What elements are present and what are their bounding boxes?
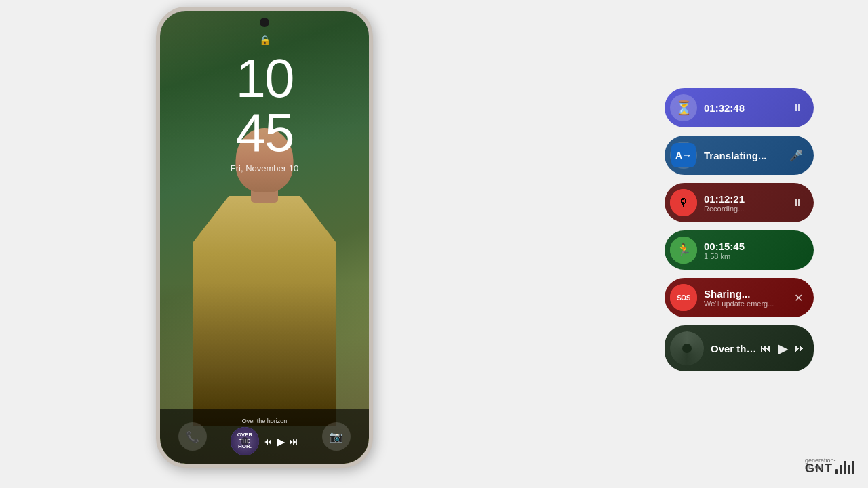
date-display: Fri, November 10: [231, 163, 298, 174]
phone-music-widget: Over the horizon OVERTHEHOR. ⏮ ▶ ⏭: [231, 418, 298, 455]
running-distance: 1.58 km: [704, 252, 803, 260]
translate-notification[interactable]: A→ Translating... 🎤: [665, 136, 814, 175]
phone-call-button[interactable]: 📞: [178, 422, 207, 451]
music-controls: ⏮ ▶ ⏭: [760, 340, 806, 357]
sos-icon: SOS: [670, 284, 697, 311]
sharing-detail: We'll update emerg...: [704, 300, 789, 308]
volume-up-button: [156, 146, 158, 170]
phone-frame: 🔒 10 45 Fri, November 10 📞 Over the hori…: [156, 7, 373, 468]
phone-album-art[interactable]: OVERTHEHOR.: [231, 427, 259, 455]
timer-value: 01:32:48: [704, 102, 787, 114]
phone-screen: 🔒 10 45 Fri, November 10 📞 Over the hori…: [160, 11, 369, 464]
recording-notification[interactable]: 🎙 01:12:21 Recording... ⏸: [665, 183, 814, 222]
sharing-status: Sharing...: [704, 288, 789, 300]
phone-rewind-btn[interactable]: ⏮: [263, 436, 273, 447]
front-camera: [260, 18, 269, 27]
translate-content: Translating...: [704, 150, 784, 161]
music-album-icon: [670, 331, 704, 365]
sharing-close-button[interactable]: ✕: [794, 291, 803, 304]
running-time: 00:15:45: [704, 241, 803, 252]
phone-clock: 10 45 Fri, November 10: [231, 52, 298, 174]
phone-forward-btn[interactable]: ⏭: [289, 436, 298, 447]
recording-pause-button[interactable]: ⏸: [792, 197, 803, 209]
running-content: 00:15:45 1.58 km: [704, 241, 803, 260]
gnt-bar-4: [848, 465, 850, 474]
running-notification[interactable]: 🏃 00:15:45 1.58 km: [665, 230, 814, 270]
bixby-button: [371, 187, 373, 214]
music-notification[interactable]: Over the horizon ⏮ ▶ ⏭: [665, 325, 814, 371]
phone-music-title: Over the horizon: [242, 418, 288, 424]
phone-play-btn[interactable]: ▶: [277, 435, 285, 448]
lock-icon: 🔒: [259, 35, 271, 45]
timer-content: 01:32:48: [704, 102, 787, 114]
recording-icon: 🎙: [670, 189, 697, 216]
phone-camera-button[interactable]: 📷: [322, 422, 351, 451]
recording-time: 01:12:21: [704, 193, 787, 205]
translate-status: Translating...: [704, 150, 784, 161]
hourglass-icon: ⏳: [675, 100, 692, 116]
phone-icon: 📞: [186, 430, 199, 443]
phone-mockup: 🔒 10 45 Fri, November 10 📞 Over the hori…: [156, 7, 373, 468]
recording-content: 01:12:21 Recording...: [704, 193, 787, 213]
volume-down-button: [156, 179, 158, 203]
power-button: [371, 133, 373, 174]
gnt-domain: generation-nt.com: [805, 457, 841, 470]
notifications-panel: ⏳ 01:32:48 ⏸ A→ Translating... 🎤 🎙 01:12…: [665, 88, 814, 371]
running-icon: 🏃: [670, 237, 697, 264]
music-forward-button[interactable]: ⏭: [795, 342, 806, 354]
music-rewind-button[interactable]: ⏮: [760, 342, 771, 354]
timer-icon: ⏳: [670, 94, 697, 121]
translate-icon: A→: [670, 142, 697, 169]
translate-mic-button[interactable]: 🎤: [789, 149, 803, 162]
minute-display: 45: [231, 106, 298, 160]
gnt-bar-5: [852, 461, 854, 474]
music-content: Over the horizon: [711, 343, 760, 354]
music-title: Over the horizon: [711, 343, 760, 354]
music-play-button[interactable]: ▶: [778, 340, 788, 357]
recording-status: Recording...: [704, 205, 787, 213]
phone-bottom-bar: 📞 Over the horizon OVERTHEHOR. ⏮ ▶ ⏭: [160, 409, 369, 464]
gnt-logo-content: GNT generation-nt.com: [805, 461, 854, 476]
sharing-content: Sharing... We'll update emerg...: [704, 288, 789, 308]
hour-display: 10: [231, 52, 298, 106]
timer-notification[interactable]: ⏳ 01:32:48 ⏸: [665, 88, 814, 127]
gnt-bar-3: [844, 461, 846, 474]
sharing-notification[interactable]: SOS Sharing... We'll update emerg... ✕: [665, 278, 814, 317]
gnt-logo: GNT generation-nt.com: [805, 461, 854, 476]
camera-icon: 📷: [330, 430, 343, 443]
timer-pause-button[interactable]: ⏸: [792, 102, 803, 114]
